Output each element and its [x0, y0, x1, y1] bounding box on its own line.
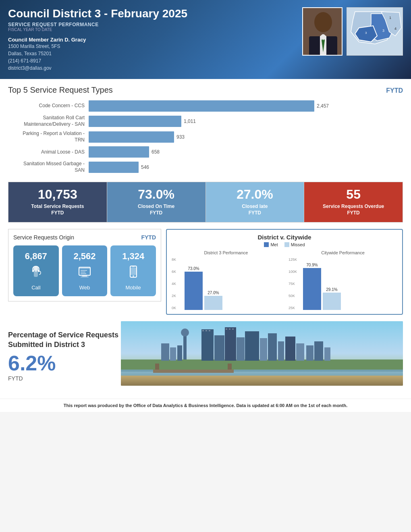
bar-container-2: 1,011: [89, 116, 403, 127]
d3-missed-label: 27.0%: [208, 291, 219, 295]
side-by-side-charts: District 3 Performance 8K 6K 4K 2K 0K 73…: [172, 250, 397, 310]
svg-text:3: 3: [382, 29, 384, 33]
svg-rect-20: [38, 270, 39, 272]
svg-rect-42: [214, 335, 224, 361]
origin-mobile-number: 1,324: [122, 251, 144, 262]
pct-fytd: FYTD: [8, 375, 121, 382]
legend-met-label: Met: [270, 242, 278, 247]
stat-on-time-desc: Closed On TimeFYTD: [138, 204, 174, 216]
main-content: Top 5 Service Request Types FYTD Code Co…: [0, 79, 411, 399]
stat-on-time-number: 73.0%: [111, 188, 201, 201]
svg-point-30: [133, 275, 134, 277]
bar-label-3: Parking - Report a Violation -TRN: [8, 131, 89, 143]
legend-met-dot: [264, 242, 269, 247]
address-line1: 1500 Marilla Street, 5FS: [8, 43, 302, 50]
svg-rect-54: [306, 345, 313, 361]
svg-rect-46: [260, 338, 267, 361]
svg-rect-58: [206, 330, 207, 331]
chart-legend: Met Missed: [172, 242, 397, 247]
svg-rect-60: [226, 328, 227, 330]
bottom-row: Service Requests Origin FYTD 6,867: [8, 229, 403, 315]
origin-title: Service Requests Origin: [13, 234, 74, 241]
bar-fill-4: [89, 146, 149, 158]
council-member-photo: [302, 7, 342, 56]
web-icon: [77, 265, 92, 281]
bar-fill-5: [89, 162, 139, 173]
stat-total-desc: Total Service RequestsFYTD: [31, 204, 84, 216]
stat-overdue: 55 Service Requests OverdueFYTD: [304, 182, 403, 222]
mobile-icon: [126, 265, 141, 281]
bar-value-1: 2,457: [317, 103, 329, 109]
svg-rect-45: [245, 331, 259, 361]
stats-row: 10,753 Total Service RequestsFYTD 73.0% …: [8, 182, 403, 223]
svg-rect-17: [34, 271, 38, 277]
stat-overdue-number: 55: [308, 188, 399, 201]
svg-rect-55: [314, 341, 323, 361]
stat-late-desc: Closed lateFYTD: [242, 204, 268, 216]
bar-row-1: Code Concern - CCS 2,457: [8, 100, 403, 112]
district-chart-title: District v. Citywide: [172, 234, 397, 241]
svg-rect-22: [79, 267, 90, 269]
svg-rect-36: [153, 370, 234, 373]
origin-fytd: FYTD: [141, 234, 156, 241]
bar-label-2: Sanitation Roll CartMaintenance/Delivery…: [8, 115, 89, 127]
top5-title: Top 5 Service Request Types: [8, 85, 113, 95]
stat-closed-late: 27.0% Closed lateFYTD: [206, 182, 305, 222]
origin-card-web: 2,562 Web: [62, 245, 108, 296]
stat-total: 10,753 Total Service RequestsFYTD: [8, 182, 107, 222]
bar-value-2: 1,011: [184, 118, 196, 124]
d3-missed-bar: [204, 296, 222, 310]
percentage-text-box: Percentage of Service Requests Submitted…: [8, 326, 121, 386]
pct-title: Percentage of Service Requests Submitted…: [8, 330, 121, 349]
city-image: [121, 321, 403, 386]
bar-row-3: Parking - Report a Violation -TRN 933: [8, 131, 403, 143]
svg-point-40: [181, 328, 189, 337]
phone: (214) 671-8917: [8, 57, 302, 64]
citywide-chart: Citywide Performance 125K 100K 75K 50K 2…: [289, 250, 397, 310]
svg-rect-53: [177, 345, 182, 361]
origin-card-mobile: 1,324 Mobile: [110, 245, 156, 296]
svg-rect-57: [202, 330, 204, 331]
svg-rect-50: [296, 343, 304, 361]
bar-label-4: Animal Loose - DAS: [8, 149, 89, 156]
district-map: 1 4 3 3: [347, 7, 403, 56]
origin-mobile-label: Mobile: [126, 285, 141, 291]
cw-met-bar: [303, 268, 321, 310]
district3-chart: District 3 Performance 8K 6K 4K 2K 0K 73…: [172, 250, 280, 310]
legend-missed: Missed: [284, 242, 305, 247]
stat-total-number: 10,753: [12, 188, 103, 201]
svg-rect-62: [232, 328, 234, 330]
footer: This report was produced by the Office o…: [0, 399, 411, 412]
svg-rect-61: [229, 328, 230, 330]
email: district3@dallas.gov: [8, 64, 302, 72]
bar-fill-3: [89, 131, 174, 143]
header-subtitle: SERVICE REQUEST PERFORMANCE: [8, 22, 302, 27]
svg-rect-52: [170, 347, 176, 361]
bar-fill-1: [89, 100, 314, 112]
bar-label-1: Code Concern - CCS: [8, 103, 89, 109]
stat-overdue-desc: Service Requests OverdueFYTD: [323, 204, 384, 216]
header-subtitle2: FISCAL YEAR TO DATE: [8, 27, 302, 32]
bar-container-4: 658: [89, 146, 403, 158]
svg-rect-24: [81, 276, 89, 277]
svg-rect-19: [32, 270, 34, 272]
svg-rect-43: [225, 327, 236, 361]
svg-rect-56: [324, 347, 330, 361]
bar-row-2: Sanitation Roll CartMaintenance/Delivery…: [8, 115, 403, 127]
bar-container-5: 546: [89, 162, 403, 173]
citywide-subtitle: Citywide Performance: [289, 250, 397, 255]
svg-point-18: [34, 267, 38, 271]
district-chart-box: District v. Citywide Met Missed District…: [166, 229, 403, 315]
origin-call-label: Call: [31, 285, 40, 291]
svg-rect-47: [268, 333, 277, 361]
cw-missed-label: 29.1%: [326, 287, 337, 292]
svg-rect-23: [82, 275, 87, 276]
d3-met-bar: [185, 272, 203, 310]
bar-value-5: 546: [141, 164, 149, 170]
top5-fytd: FYTD: [386, 87, 403, 94]
legend-missed-label: Missed: [291, 242, 305, 247]
svg-point-1: [314, 12, 332, 32]
cw-met-label: 70.9%: [306, 263, 318, 267]
origin-cards: 6,867 C: [13, 245, 156, 296]
svg-rect-35: [121, 376, 403, 386]
